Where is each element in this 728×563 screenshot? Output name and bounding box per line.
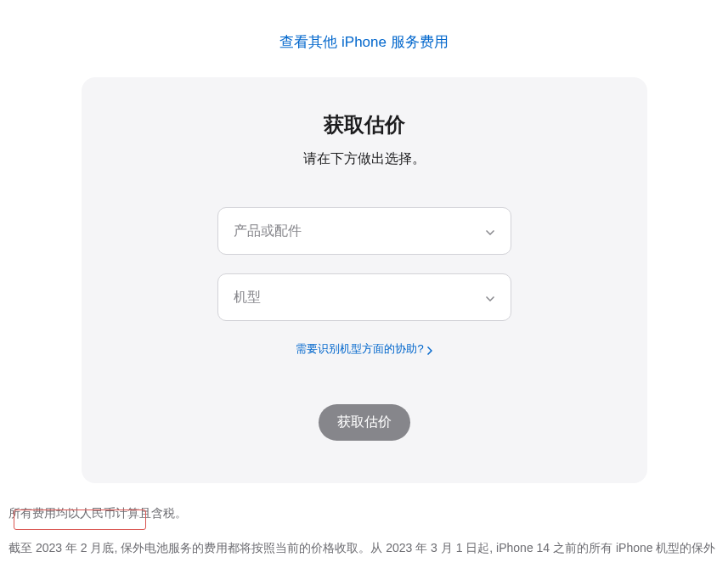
select-row-model: 机型 [124,273,605,321]
get-estimate-button[interactable]: 获取估价 [319,404,410,441]
other-services-link[interactable]: 查看其他 iPhone 服务费用 [279,34,448,50]
product-select[interactable]: 产品或配件 [217,207,511,255]
footer-notes: 所有费用均以人民币计算且含税。 截至 2023 年 2 月底, 保外电池服务的费… [0,483,728,563]
model-select-placeholder: 机型 [234,289,261,307]
card-title: 获取估价 [124,111,605,138]
help-link-label: 需要识别机型方面的协助? [296,341,423,357]
model-select[interactable]: 机型 [217,273,511,321]
footer-line-1: 所有费用均以人民币计算且含税。 [8,502,720,525]
chevron-down-icon [485,292,495,302]
product-select-placeholder: 产品或配件 [234,222,302,240]
footer-line-2: 截至 2023 年 2 月底, 保外电池服务的费用都将按照当前的价格收取。从 2… [8,537,720,563]
chevron-right-icon [427,345,432,353]
select-row-product: 产品或配件 [124,207,605,255]
submit-row: 获取估价 [124,404,605,441]
card-subtitle: 请在下方做出选择。 [124,150,605,168]
top-link-row: 查看其他 iPhone 服务费用 [0,0,728,77]
chevron-down-icon [485,226,495,236]
identify-model-help-link[interactable]: 需要识别机型方面的协助? [296,341,432,357]
estimate-card: 获取估价 请在下方做出选择。 产品或配件 机型 需要识别机型方面的协助? 获取估… [82,77,647,483]
